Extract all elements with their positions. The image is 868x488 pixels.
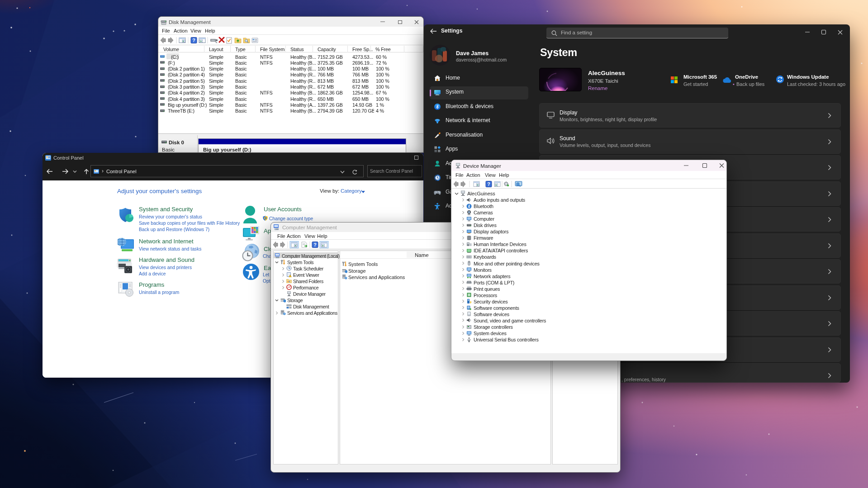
svg-text:?: ? [192,38,195,43]
svg-text:?: ? [487,181,490,187]
svg-text:?: ? [313,242,317,247]
